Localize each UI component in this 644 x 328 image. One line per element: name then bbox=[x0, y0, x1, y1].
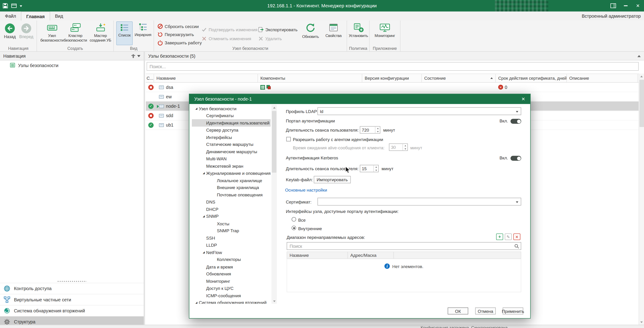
dialog-tree-item[interactable]: Доступ к ЦУС bbox=[192, 284, 271, 292]
search-input[interactable] bbox=[147, 64, 638, 69]
dialog-tree-item[interactable]: Сертификаты bbox=[192, 112, 271, 119]
delete-button[interactable]: Удалить bbox=[258, 35, 282, 42]
dialog-tree-item[interactable]: Дата и время bbox=[192, 263, 271, 270]
scroll-thumb[interactable] bbox=[272, 111, 276, 172]
dialog-tree-item[interactable]: Внешние хранилища bbox=[192, 184, 271, 191]
radio-internal-interfaces[interactable] bbox=[292, 226, 296, 230]
shutdown-button[interactable]: Завершить работу bbox=[157, 39, 202, 46]
properties-button[interactable]: Свойства bbox=[323, 21, 344, 45]
dialog-tree-item[interactable]: Интерфейсы bbox=[192, 134, 271, 141]
column-header-cert-days[interactable]: Срок действия сертификата, дней bbox=[496, 74, 567, 82]
dialog-tree-item[interactable]: LLDP bbox=[192, 241, 271, 248]
portal-toggle[interactable] bbox=[510, 119, 521, 124]
range-search-input[interactable] bbox=[287, 243, 514, 248]
ok-button[interactable]: ОК bbox=[448, 307, 468, 314]
tab-file[interactable]: Файл bbox=[0, 12, 21, 21]
dialog-tree-item[interactable]: Локальное хранилище bbox=[192, 177, 271, 184]
table-row[interactable]: dsa 0 bbox=[146, 83, 638, 92]
dialog-tree-item[interactable]: Хосты bbox=[192, 220, 271, 227]
dialog-tree-item[interactable]: Сервер доступа bbox=[192, 126, 271, 133]
dialog-tree-item[interactable]: Коллекторы bbox=[192, 256, 271, 263]
export-button[interactable]: Экспортировать bbox=[258, 26, 298, 33]
dialog-tree-item[interactable]: Динамические маршруты bbox=[192, 148, 271, 155]
back-button[interactable]: Назад bbox=[2, 23, 17, 39]
delete-range-button[interactable] bbox=[514, 233, 520, 240]
stepper-down-icon[interactable] bbox=[376, 130, 380, 133]
list-view-button[interactable]: Список bbox=[116, 21, 133, 45]
scroll-down-icon[interactable] bbox=[272, 298, 277, 304]
save-icon[interactable] bbox=[2, 3, 8, 9]
minimize-button[interactable] bbox=[620, 0, 632, 12]
sidebar-splitter[interactable] bbox=[0, 280, 144, 282]
reset-sessions-button[interactable]: Сбросить сессии bbox=[157, 22, 199, 30]
dialog-tree-scrollbar[interactable] bbox=[272, 105, 277, 304]
dialog-tree-item[interactable]: DHCP bbox=[192, 206, 271, 213]
dialog-tree-item[interactable]: Статические маршруты bbox=[192, 141, 271, 148]
dialog-tree-item[interactable]: NetFlow bbox=[192, 249, 271, 256]
range-column-name[interactable]: Название bbox=[287, 252, 348, 259]
column-header-name[interactable]: Название bbox=[154, 74, 258, 82]
kerberos-session-stepper[interactable] bbox=[360, 165, 379, 172]
dialog-tree-item[interactable]: Идентификация пользователей bbox=[192, 119, 271, 126]
confirm-changes-button[interactable]: Подтвердить изменения bbox=[201, 26, 258, 33]
tab-home[interactable]: Главная bbox=[21, 12, 50, 21]
session-duration-stepper[interactable] bbox=[360, 126, 380, 133]
edit-range-button[interactable] bbox=[505, 233, 512, 240]
sidebar-bottom-item[interactable]: Контроль доступа bbox=[0, 283, 144, 294]
dialog-tree-item[interactable]: Почтовые оповещения bbox=[192, 191, 271, 198]
column-header-description[interactable]: Описание bbox=[567, 74, 638, 82]
column-header-config-version[interactable]: Версия конфигурации bbox=[362, 74, 422, 82]
content-scrollbar[interactable] bbox=[639, 74, 644, 324]
radio-all-interfaces[interactable] bbox=[292, 217, 296, 222]
expand-arrow-icon[interactable] bbox=[194, 301, 199, 304]
dialog-tree-item[interactable]: DNS bbox=[192, 198, 271, 205]
agent-checkbox[interactable] bbox=[286, 137, 291, 142]
column-header-status[interactable]: С... bbox=[146, 74, 154, 82]
alive-timeout-stepper[interactable] bbox=[389, 144, 408, 151]
main-settings-link[interactable]: Основные настройки bbox=[285, 187, 327, 192]
tab-view[interactable]: Вид bbox=[50, 12, 68, 21]
install-policy-button[interactable]: Установить bbox=[348, 21, 369, 45]
close-button[interactable] bbox=[632, 0, 644, 12]
dialog-tree-item[interactable]: Обновления bbox=[192, 270, 271, 277]
reboot-button[interactable]: Перезагрузить bbox=[157, 30, 194, 38]
apply-button[interactable]: Применить bbox=[502, 307, 523, 314]
node-wizard-button[interactable]: Мастерсоздания УБ bbox=[89, 21, 112, 45]
stepper-up-icon[interactable] bbox=[403, 144, 408, 147]
pin-icon[interactable] bbox=[133, 54, 134, 58]
import-keytab-button[interactable]: Импортировать bbox=[314, 176, 350, 183]
monitoring-button[interactable]: Мониторинг bbox=[371, 21, 398, 45]
scroll-thumb[interactable] bbox=[639, 80, 644, 127]
range-column-address[interactable]: Адрес/Маска bbox=[348, 252, 394, 259]
dialog-tree-item[interactable]: Мониторинг bbox=[192, 277, 271, 284]
dialog-tree-item[interactable]: SNMP Trap bbox=[192, 227, 271, 234]
create-security-node-button[interactable]: Узелбезопасности bbox=[40, 21, 64, 45]
column-header-components[interactable]: Компоненты bbox=[258, 74, 362, 82]
hierarchy-view-button[interactable]: Иерархия bbox=[134, 21, 152, 45]
sidebar-item-security-nodes[interactable]: Узлы безопасности bbox=[0, 60, 144, 70]
stepper-up-icon[interactable] bbox=[376, 127, 380, 130]
dialog-tree-item[interactable]: SSH bbox=[192, 234, 271, 241]
chevron-down-icon[interactable] bbox=[137, 55, 140, 59]
dialog-tree-item[interactable]: SNMP bbox=[192, 213, 271, 220]
refresh-button[interactable]: Обновить bbox=[300, 21, 320, 45]
certificate-select[interactable] bbox=[318, 198, 521, 206]
expand-arrow-icon[interactable] bbox=[201, 172, 206, 175]
dialog-tree-item[interactable]: Межсетевой экран bbox=[192, 162, 271, 170]
scroll-down-icon[interactable] bbox=[639, 319, 644, 324]
ldap-profile-select[interactable]: ld bbox=[318, 107, 521, 115]
dialog-close-button[interactable] bbox=[518, 94, 529, 104]
dialog-tree-item[interactable]: Узел безопасности bbox=[192, 105, 271, 112]
qat-dropdown-icon[interactable] bbox=[20, 5, 22, 8]
expand-arrow-icon[interactable] bbox=[201, 251, 206, 254]
collapse-icon[interactable] bbox=[637, 53, 640, 57]
expand-arrow-icon[interactable] bbox=[194, 107, 199, 110]
scroll-up-icon[interactable] bbox=[639, 74, 644, 79]
dialog-tree-item[interactable]: ICMP-сообщения bbox=[192, 292, 271, 299]
dialog-tree-item[interactable]: Журналирование и оповещения bbox=[192, 170, 271, 177]
discard-changes-button[interactable]: Отменить изменения bbox=[201, 35, 251, 42]
stepper-down-icon[interactable] bbox=[374, 169, 378, 172]
dialog-tree-item[interactable]: Multi-WAN bbox=[192, 155, 271, 162]
create-security-cluster-button[interactable]: Кластербезопасности bbox=[64, 21, 87, 45]
add-range-button[interactable] bbox=[496, 233, 503, 240]
